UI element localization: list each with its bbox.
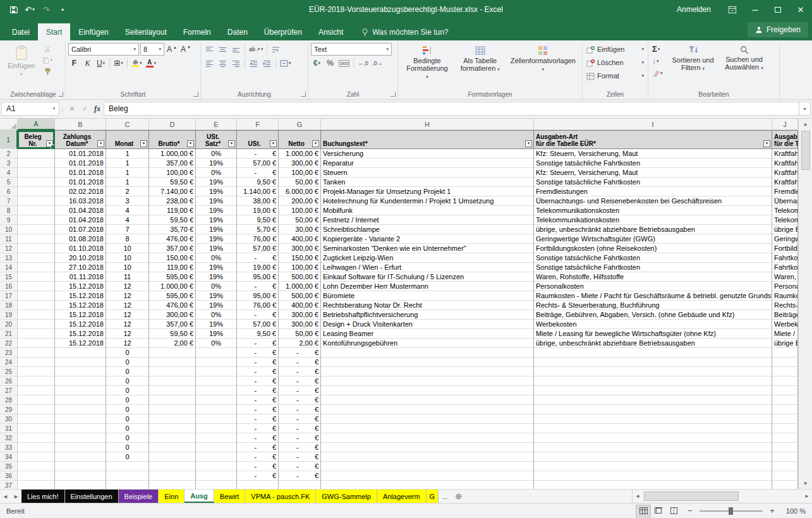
cell-G12[interactable]: 300,00 € — [279, 244, 321, 253]
cell-D37[interactable] — [149, 481, 196, 489]
cell-J35[interactable] — [772, 462, 798, 471]
cell-C10[interactable]: 7 — [106, 225, 149, 234]
cell-C23[interactable]: 0 — [106, 348, 149, 358]
cell-H11[interactable]: Kopiergeräte - Variante 2 — [321, 234, 534, 244]
cell-C13[interactable]: 10 — [106, 253, 149, 263]
cell-G3[interactable]: 300,00 € — [279, 159, 321, 168]
cell-D17[interactable]: 595,00 € — [149, 291, 196, 301]
row-header-21[interactable]: 21 — [0, 329, 18, 339]
maximize-button[interactable] — [767, 0, 789, 19]
cell-E3[interactable]: 19% — [196, 159, 237, 168]
cell-B4[interactable]: 01.01.2018 — [55, 168, 106, 178]
cell-H13[interactable]: Zugticket Leipzig-Wien — [321, 253, 534, 263]
cell-E35[interactable] — [196, 462, 237, 471]
sheet-tab-gwg-sammelp[interactable]: GWG-Sammelp — [316, 490, 377, 503]
cell-B28[interactable] — [55, 395, 106, 405]
cell-E28[interactable] — [196, 395, 237, 405]
cell-E19[interactable]: 0% — [196, 310, 237, 320]
cell-G5[interactable]: 50,00 € — [279, 178, 321, 187]
cell-A1[interactable]: Beleg Nr.▼ — [18, 130, 55, 149]
cell-A21[interactable] — [18, 329, 55, 339]
cell-D11[interactable]: 476,00 € — [149, 234, 196, 244]
cell-J36[interactable] — [772, 471, 798, 481]
cell-H15[interactable]: Einkauf Software für IT-Schulung / 5 Liz… — [321, 272, 534, 282]
cell-D26[interactable] — [149, 376, 196, 386]
cell-I33[interactable] — [534, 443, 772, 452]
cell-G25[interactable]: -€ — [279, 367, 321, 376]
cell-F12[interactable]: 57,00 € — [237, 244, 279, 253]
cell-H34[interactable] — [321, 452, 534, 462]
row-header-8[interactable]: 8 — [0, 206, 18, 215]
cell-J13[interactable]: Fahrtko — [772, 253, 798, 263]
cell-I32[interactable] — [534, 433, 772, 443]
cell-E16[interactable]: 0% — [196, 282, 237, 291]
cell-H3[interactable]: Reparatur — [321, 159, 534, 168]
decrease-indent-icon[interactable] — [248, 57, 260, 69]
cell-J16[interactable]: Persona — [772, 282, 798, 291]
cell-A7[interactable] — [18, 196, 55, 206]
cell-E22[interactable]: 0% — [196, 339, 237, 348]
cell-F5[interactable]: 9,50 € — [237, 178, 279, 187]
cell-F37[interactable] — [237, 481, 279, 489]
cell-F18[interactable]: 76,00 € — [237, 301, 279, 310]
page-break-view-icon[interactable] — [667, 505, 681, 517]
cell-E1[interactable]: USt. Satz*▼ — [196, 130, 237, 149]
cell-F24[interactable]: -€ — [237, 358, 279, 367]
cell-J17[interactable]: Raumko — [772, 291, 798, 301]
ribbon-tab-datei[interactable]: Datei — [4, 23, 38, 40]
cell-G35[interactable]: -€ — [279, 462, 321, 471]
col-header-B[interactable]: B — [55, 119, 106, 130]
cell-D27[interactable] — [149, 386, 196, 395]
filter-button-G[interactable]: ▼ — [312, 140, 319, 147]
cell-C22[interactable]: 12 — [106, 339, 149, 348]
cell-B19[interactable]: 15.12.2018 — [55, 310, 106, 320]
cell-G22[interactable]: 2,00 € — [279, 339, 321, 348]
cell-J25[interactable] — [772, 367, 798, 376]
cell-C16[interactable]: 12 — [106, 282, 149, 291]
cell-H23[interactable] — [321, 348, 534, 358]
row-header-36[interactable]: 36 — [0, 471, 18, 481]
cell-A27[interactable] — [18, 386, 55, 395]
cell-B25[interactable] — [55, 367, 106, 376]
cell-A34[interactable] — [18, 452, 55, 462]
scroll-up-icon[interactable]: ▲ — [799, 119, 812, 130]
row-header-23[interactable]: 23 — [0, 348, 18, 358]
cell-H22[interactable]: Kontoführungsgebühren — [321, 339, 534, 348]
cell-I3[interactable]: Sonstige tatsächliche Fahrtkosten — [534, 159, 772, 168]
row-header-26[interactable]: 26 — [0, 376, 18, 386]
cell-D9[interactable]: 59,50 € — [149, 215, 196, 225]
cell-D35[interactable] — [149, 462, 196, 471]
cell-A5[interactable] — [18, 178, 55, 187]
increase-decimal-icon[interactable]: ←,0 — [356, 57, 370, 69]
cell-H20[interactable]: Design + Druck Visitenkarten — [321, 320, 534, 329]
cell-C5[interactable]: 1 — [106, 178, 149, 187]
cell-C21[interactable]: 12 — [106, 329, 149, 339]
select-all-corner[interactable] — [0, 119, 18, 130]
cell-I10[interactable]: übrige, unbeschränkt abziehbare Betriebs… — [534, 225, 772, 234]
cell-E21[interactable]: 19% — [196, 329, 237, 339]
cell-F21[interactable]: 9,50 € — [237, 329, 279, 339]
cell-E33[interactable] — [196, 443, 237, 452]
cell-H8[interactable]: Mobilfunk — [321, 206, 534, 215]
cell-C3[interactable]: 1 — [106, 159, 149, 168]
cell-A9[interactable] — [18, 215, 55, 225]
cell-B33[interactable] — [55, 443, 106, 452]
insert-cells-button[interactable]: Einfügen▾ — [585, 43, 645, 56]
enter-icon[interactable]: ✓ — [78, 102, 91, 116]
name-box-splitter[interactable]: ⋮ — [59, 105, 66, 112]
cell-G30[interactable]: -€ — [279, 414, 321, 424]
cell-F33[interactable]: -€ — [237, 443, 279, 452]
cell-I35[interactable] — [534, 462, 772, 471]
cell-G1[interactable]: Netto▼ — [279, 130, 321, 149]
cell-A14[interactable] — [18, 263, 55, 272]
cell-C34[interactable]: 0 — [106, 452, 149, 462]
cell-E2[interactable]: 0% — [196, 149, 237, 159]
cell-J28[interactable] — [772, 395, 798, 405]
sort-filter-button[interactable]: Sortieren und Filtern ▾ — [667, 43, 720, 73]
cell-C28[interactable]: 0 — [106, 395, 149, 405]
cell-F22[interactable]: -€ — [237, 339, 279, 348]
accounting-format-icon[interactable]: €▾ — [311, 57, 323, 69]
cell-C2[interactable]: 1 — [106, 149, 149, 159]
cell-I25[interactable] — [534, 367, 772, 376]
cell-H21[interactable]: Leasing Beamer — [321, 329, 534, 339]
